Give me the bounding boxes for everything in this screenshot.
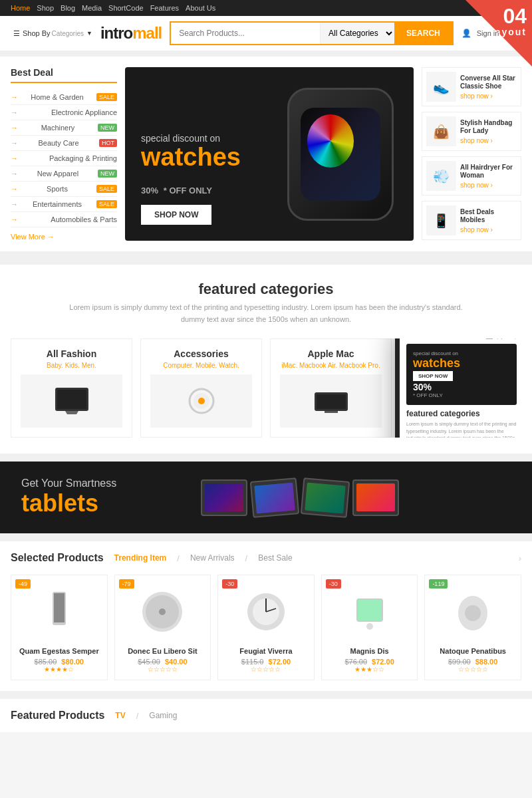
svg-point-23 [366, 623, 373, 630]
sidebar-arrow: → [11, 200, 18, 208]
hero-product-link[interactable]: shop now › [460, 92, 517, 100]
tablets-title: tablets [21, 489, 116, 517]
product-price: $85.00 $80.00 [18, 658, 100, 666]
nav-shortcode[interactable]: ShortCode [108, 4, 144, 12]
hero-product-item[interactable]: 💨 All Hairdryer For Woman shop now › [422, 156, 521, 196]
shop-by-button[interactable]: ☰ Shop By Categories ▼ [11, 29, 92, 38]
sidebar-arrow: → [11, 108, 18, 116]
hero-product-info: All Hairdryer For Woman shop now › [460, 164, 517, 189]
tablet-banner-text: Get Your Smartness tablets [21, 477, 116, 517]
category-image [21, 374, 122, 428]
category-card[interactable]: All Fashion Baby. Kids. Men. [11, 338, 132, 438]
sidebar-item[interactable]: →New ApparelNEW [11, 166, 117, 182]
category-sub: Baby. Kids. Men. [21, 362, 122, 369]
tab-trending[interactable]: Trending Item [114, 553, 167, 563]
category-card[interactable]: Accessories Computer. Mobile. Watch. [140, 338, 262, 438]
sidebar-menu: Best Deal →Home & GardenSALE→Electronic … [11, 67, 117, 241]
old-price: $76.00 [344, 658, 367, 666]
sidebar-item[interactable]: →Automobiles & Parts [11, 212, 117, 227]
featured-products-section: Featured Products TV / Gaming [0, 699, 532, 732]
nav-media[interactable]: Media [82, 4, 102, 12]
sidebar-item-label: Sports [47, 185, 68, 193]
product-name: Magnis Dis [329, 647, 411, 655]
tab-tv[interactable]: TV [115, 711, 125, 720]
sidebar-item[interactable]: →Home & GardenSALE [11, 90, 117, 105]
hero-product-link[interactable]: shop now › [460, 226, 517, 233]
product-card[interactable]: -30 Feugiat Viverra $115.0 $72.00 ☆☆☆☆☆ [217, 575, 315, 680]
product-image [432, 582, 514, 642]
product-price: $76.00 $72.00 [329, 658, 411, 666]
hero-product-link[interactable]: shop now › [460, 182, 517, 189]
nav-shop[interactable]: Shop [37, 4, 54, 12]
watch-graphic [274, 81, 407, 227]
sidebar-item[interactable]: →EntertainmentsSALE [11, 197, 117, 212]
tab-best-sale[interactable]: Best Sale [258, 553, 292, 563]
hero-title: watches [141, 144, 241, 172]
hero-product-item[interactable]: 📱 Best Deals Mobiles shop now › [422, 201, 521, 240]
product-card[interactable]: -30 Magnis Dis $76.00 $72.00 ★★★☆☆ [321, 575, 418, 680]
top-nav-links[interactable]: HomeShopBlogMediaShortCodeFeaturesAbout … [11, 4, 222, 12]
category-image [150, 374, 252, 428]
tab-gaming[interactable]: Gaming [149, 711, 177, 720]
product-price: $45.00 $40.00 [122, 658, 204, 666]
new-price: $72.00 [372, 658, 394, 666]
selected-header: Selected Products Trending Item / New Ar… [11, 552, 521, 564]
nav-about-us[interactable]: About Us [186, 4, 215, 12]
phone-shop-now[interactable]: SHOP NOW [413, 371, 453, 381]
hero-product-item[interactable]: 👟 Converse All Star Classic Shoe shop no… [422, 67, 521, 106]
hero-product-name: Stylish Handbag For Lady [460, 119, 517, 135]
svg-rect-1 [57, 390, 86, 409]
sidebar-item[interactable]: →Beauty CareHOT [11, 136, 117, 151]
search-input[interactable] [171, 23, 320, 44]
svg-point-25 [465, 605, 481, 621]
phone-discount-sub: * OFF ONLY [413, 392, 510, 398]
search-button[interactable]: SEARCH [394, 23, 452, 44]
layout-number: 04 [503, 5, 527, 27]
product-stars: ☆☆☆☆☆ [225, 666, 307, 673]
product-name: Natoque Penatibus [432, 647, 514, 655]
hero-product-info: Stylish Handbag For Lady shop now › [460, 119, 517, 144]
chevron-down-icon: ▼ [86, 30, 92, 37]
shop-now-button[interactable]: SHOP NOW [141, 205, 211, 225]
hero-product-image: 💨 [426, 161, 456, 191]
product-image [122, 582, 204, 642]
hero-product-name: Best Deals Mobiles [460, 208, 517, 224]
product-price: $99.00 $88.00 [432, 658, 514, 666]
nav-home[interactable]: Home [11, 4, 30, 12]
product-image [329, 582, 411, 642]
layout-badge: 04 Layout [466, 0, 532, 66]
sidebar-item[interactable]: →Packaging & Printing [11, 151, 117, 166]
sidebar-arrow: → [11, 93, 18, 101]
nav-blog[interactable]: Blog [61, 4, 75, 12]
sidebar-item-label: Packaging & Printing [49, 154, 117, 162]
product-card[interactable]: -119 Natoque Penatibus $99.00 $88.00 ☆☆☆… [424, 575, 521, 680]
header: ☰ Shop By Categories ▼ intromall All Cat… [0, 16, 532, 51]
phone-banner-small: special discount on [413, 350, 510, 356]
sidebar-item[interactable]: →SportsSALE [11, 182, 117, 197]
category-select[interactable]: All Categories [320, 23, 394, 44]
sidebar-arrow: → [11, 185, 18, 193]
menu-icon: ☰ [13, 29, 20, 38]
hero-product-item[interactable]: 👜 Stylish Handbag For Lady shop now › [422, 112, 521, 151]
tab-new-arrivals[interactable]: New Arrivals [190, 553, 235, 563]
old-price: $45.00 [138, 658, 160, 666]
next-arrow[interactable]: › [519, 553, 521, 563]
nav-features[interactable]: Features [150, 4, 179, 12]
new-price: $88.00 [475, 658, 498, 666]
hero-product-name: Converse All Star Classic Shoe [460, 74, 517, 90]
view-more-link[interactable]: View More → [11, 233, 117, 241]
sidebar-item-label: Home & Garden [31, 93, 83, 101]
sidebar-arrow: → [11, 154, 18, 162]
product-name: Donec Eu Libero Sit [122, 647, 204, 655]
hero-product-image: 👜 [426, 116, 456, 146]
product-card[interactable]: -79 Donec Eu Libero Sit $45.00 $40.00 ☆☆… [114, 575, 211, 680]
hero-product-image: 📱 [426, 205, 456, 235]
hero-product-link[interactable]: shop now › [460, 137, 517, 144]
product-card[interactable]: -49 Quam Egestas Semper $85.00 $80.00 ★★… [11, 575, 108, 680]
category-card[interactable]: Apple Mac iMac. Macbook Air. Macbook Pro… [270, 338, 392, 438]
svg-marker-2 [65, 411, 78, 414]
sidebar-item[interactable]: →Electronic Appliance [11, 105, 117, 120]
sidebar-item-label: Machinery [41, 124, 75, 132]
sidebar-item[interactable]: →MachineryNEW [11, 120, 117, 136]
site-logo[interactable]: intromall [100, 24, 162, 43]
